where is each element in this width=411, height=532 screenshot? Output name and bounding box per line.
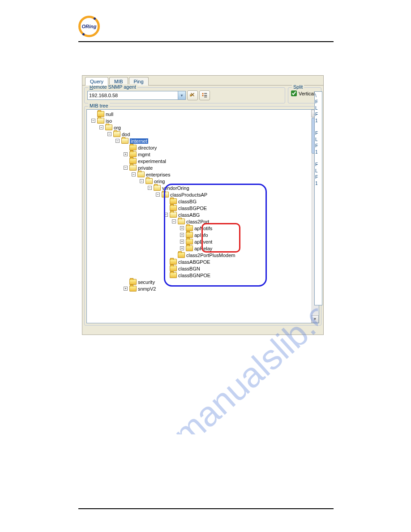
- tree-node[interactable]: +apNotifs: [89, 225, 311, 232]
- folder-open-icon: [105, 124, 112, 130]
- collapse-icon[interactable]: −: [107, 132, 111, 136]
- folder-closed-icon: [170, 198, 177, 204]
- tree-node[interactable]: −internet: [89, 137, 311, 144]
- no-expand-icon: [164, 206, 168, 210]
- collapse-icon[interactable]: −: [172, 219, 176, 223]
- collapse-icon[interactable]: −: [132, 172, 136, 176]
- tree-node[interactable]: +mgmt: [89, 151, 311, 158]
- collapse-icon[interactable]: −: [99, 125, 103, 129]
- no-expand-icon: [164, 199, 168, 203]
- tree-node[interactable]: directory: [89, 144, 311, 151]
- collapse-icon[interactable]: −: [164, 213, 168, 217]
- tree-node[interactable]: +apInfo: [89, 232, 311, 238]
- vertical-checkbox-label: Vertical: [299, 91, 315, 96]
- tree-node-label: mgmt: [138, 152, 150, 157]
- collapse-icon[interactable]: −: [116, 139, 120, 143]
- tree-node[interactable]: security: [89, 279, 311, 285]
- tree-node[interactable]: classBGN: [89, 265, 311, 272]
- tree-node-label: dod: [122, 132, 130, 137]
- tree-node[interactable]: −enterprises: [89, 171, 311, 178]
- mib-tree-title: MIB tree: [88, 103, 110, 108]
- mib-tree-group: MIB tree null−iso−org−dod−internet direc…: [84, 106, 321, 326]
- no-expand-icon: [172, 253, 176, 257]
- tab-query[interactable]: Query: [85, 77, 108, 86]
- vertical-checkbox-input[interactable]: [291, 90, 297, 96]
- tree-node-label: snmpV2: [138, 286, 156, 292]
- tree-node-label: private: [138, 165, 153, 171]
- tree-node[interactable]: classBGPOE: [89, 205, 311, 211]
- tree-node-label: null: [106, 112, 113, 117]
- brand-logo: ORing: [78, 16, 102, 39]
- remote-snmp-agent-group: Remote SNMP agent ▼: [84, 87, 285, 103]
- tree-node[interactable]: −private: [89, 164, 311, 171]
- collapse-icon[interactable]: −: [140, 179, 144, 183]
- collapse-icon[interactable]: −: [156, 193, 160, 197]
- collapse-icon[interactable]: −: [91, 119, 95, 123]
- tree-node-label: apNotifs: [194, 226, 212, 231]
- connect-button[interactable]: [187, 90, 198, 100]
- expand-icon[interactable]: +: [124, 152, 128, 156]
- tree-node-label: classBG: [178, 199, 197, 204]
- folder-closed-icon: [178, 252, 185, 258]
- tree-node-label: enterprises: [146, 172, 170, 177]
- tree-node[interactable]: −classABG: [89, 211, 311, 218]
- no-expand-icon: [124, 146, 128, 150]
- properties-button[interactable]: [199, 90, 210, 100]
- tree-node[interactable]: +apRelay: [89, 245, 311, 252]
- tree-node[interactable]: −oring: [89, 178, 311, 184]
- expand-icon[interactable]: +: [180, 233, 184, 237]
- svg-rect-0: [190, 94, 192, 96]
- tree-node-label: classABGPOE: [178, 259, 210, 265]
- folder-closed-icon: [170, 205, 177, 211]
- folder-open-icon: [121, 138, 128, 144]
- tree-node-label: security: [138, 279, 155, 285]
- folder-open-icon: [97, 118, 104, 124]
- remote-agent-input[interactable]: [87, 91, 186, 100]
- collapse-icon[interactable]: −: [148, 186, 152, 190]
- expand-icon[interactable]: +: [180, 240, 184, 244]
- tree-node[interactable]: null: [89, 111, 311, 117]
- tree-node[interactable]: −vendorOring: [89, 184, 311, 191]
- expand-icon[interactable]: +: [180, 226, 184, 230]
- expand-icon[interactable]: +: [180, 246, 184, 250]
- tree-node-label: oring: [154, 179, 165, 184]
- folder-open-icon: [162, 192, 169, 197]
- mib-tree-panel: null−iso−org−dod−internet directory+mgmt…: [86, 109, 319, 323]
- tree-node-label: iso: [106, 118, 112, 124]
- folder-open-icon: [154, 185, 161, 191]
- folder-open-icon: [113, 131, 120, 137]
- tree-node[interactable]: classBGNPOE: [89, 272, 311, 279]
- tree-node-label: class2PortPlusModem: [186, 253, 235, 258]
- folder-open-icon: [129, 165, 137, 171]
- header-divider: [78, 41, 334, 42]
- tree-node[interactable]: +snmpV2: [89, 285, 311, 292]
- remote-agent-combo[interactable]: ▼: [87, 91, 186, 100]
- tree-node[interactable]: classABGPOE: [89, 258, 311, 265]
- tree-node[interactable]: −class2Port: [89, 218, 311, 225]
- expand-icon[interactable]: +: [124, 287, 128, 291]
- snmp-browser-window: Query MIB Ping Remote SNMP agent ▼: [82, 75, 324, 335]
- chevron-down-icon[interactable]: ▼: [178, 91, 185, 99]
- folder-closed-icon: [170, 272, 177, 278]
- tree-node[interactable]: classBG: [89, 198, 311, 205]
- split-title: Split: [292, 84, 304, 90]
- no-expand-icon: [164, 273, 168, 277]
- collapse-icon[interactable]: −: [124, 166, 128, 170]
- tree-node[interactable]: +apEvent: [89, 238, 311, 245]
- tree-node-label: classABG: [178, 212, 200, 218]
- tree-node[interactable]: −iso: [89, 117, 311, 124]
- scroll-down-arrow-icon[interactable]: ▼: [311, 315, 319, 323]
- no-expand-icon: [124, 159, 128, 163]
- tree-node[interactable]: −dod: [89, 131, 311, 137]
- folder-closed-icon: [129, 158, 137, 164]
- tree-node[interactable]: class2PortPlusModem: [89, 252, 311, 258]
- folder-closed-icon: [129, 151, 137, 157]
- tree-node[interactable]: experimental: [89, 158, 311, 164]
- tree-node-label: classBGNPOE: [178, 273, 210, 278]
- tree-node[interactable]: −classProductsAP: [89, 191, 311, 198]
- folder-closed-icon: [170, 259, 177, 265]
- no-expand-icon: [91, 112, 95, 116]
- tree-node-label: apInfo: [194, 232, 208, 238]
- tree-node[interactable]: −org: [89, 124, 311, 131]
- mib-tree[interactable]: null−iso−org−dod−internet directory+mgmt…: [89, 111, 311, 292]
